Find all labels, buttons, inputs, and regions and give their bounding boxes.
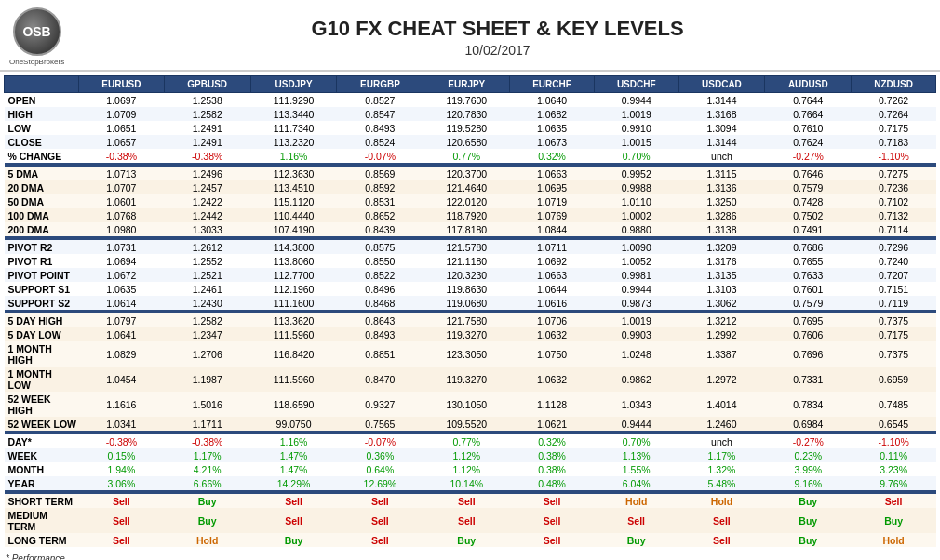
- data-cell: 1.2460: [678, 417, 765, 431]
- row-label-cell: 5 DAY LOW: [5, 327, 79, 341]
- data-cell: Sell: [250, 508, 337, 533]
- data-cell: 6.66%: [164, 476, 250, 490]
- data-cell: 1.0711: [510, 240, 595, 254]
- data-cell: 1.2538: [164, 93, 250, 108]
- data-cell: 0.9862: [594, 367, 678, 392]
- data-cell: 0.8575: [337, 240, 423, 254]
- data-cell: Sell: [337, 494, 423, 508]
- data-cell: 111.9290: [250, 93, 337, 108]
- data-cell: Sell: [594, 508, 678, 533]
- data-cell: 0.9952: [594, 167, 678, 180]
- table-row: CLOSE1.06571.2491113.23200.8524120.65801…: [5, 135, 936, 149]
- data-cell: 6.04%: [594, 476, 678, 490]
- row-label-cell: 5 DMA: [5, 167, 79, 180]
- table-row: 200 DMA1.09801.3033107.41900.8439117.818…: [5, 222, 936, 236]
- data-cell: 0.8547: [337, 107, 423, 121]
- data-cell: 0.7664: [765, 107, 852, 121]
- data-cell: -1.10%: [852, 434, 936, 448]
- data-cell: Sell: [337, 533, 423, 547]
- table-row: 20 DMA1.07071.2457113.45100.8592121.4640…: [5, 180, 936, 194]
- data-cell: 0.7601: [765, 282, 852, 296]
- data-cell: 1.0341: [79, 417, 165, 431]
- data-cell: 0.6545: [852, 417, 936, 431]
- data-cell: 1.0019: [594, 107, 678, 121]
- table-row: 50 DMA1.06011.2422115.11200.8531122.0120…: [5, 194, 936, 208]
- data-cell: 1.0644: [510, 282, 595, 296]
- data-cell: 1.2491: [164, 135, 250, 149]
- data-cell: 0.9981: [594, 268, 678, 282]
- table-row: 1 MONTH LOW1.04541.1987111.59600.8470119…: [5, 367, 936, 392]
- table-row: 52 WEEK LOW1.03411.171199.07500.7565109.…: [5, 417, 936, 431]
- data-cell: 0.7686: [765, 240, 852, 254]
- row-label-cell: LONG TERM: [5, 533, 79, 547]
- data-cell: 0.7696: [765, 341, 852, 367]
- data-cell: unch: [678, 434, 765, 448]
- data-cell: 119.8630: [423, 282, 510, 296]
- data-cell: 0.9903: [594, 327, 678, 341]
- data-cell: 1.0829: [79, 341, 165, 367]
- data-cell: -0.38%: [79, 149, 165, 163]
- data-cell: 0.7262: [852, 93, 936, 108]
- table-row: 1 MONTH HIGH1.08291.2706116.84200.885112…: [5, 341, 936, 367]
- data-cell: Sell: [510, 508, 595, 533]
- data-cell: 0.7633: [765, 268, 852, 282]
- data-cell: 1.0663: [510, 268, 595, 282]
- data-cell: 0.6959: [852, 367, 936, 392]
- data-cell: 1.0248: [594, 341, 678, 367]
- data-cell: 130.1050: [423, 392, 510, 417]
- data-cell: 1.2430: [164, 296, 250, 310]
- data-cell: 0.7565: [337, 417, 423, 431]
- data-cell: 0.8569: [337, 167, 423, 180]
- data-cell: 1.0090: [594, 240, 678, 254]
- data-cell: Sell: [79, 533, 165, 547]
- data-cell: 1.2457: [164, 180, 250, 194]
- data-cell: 0.8652: [337, 208, 423, 222]
- data-cell: 110.4440: [250, 208, 337, 222]
- data-cell: -0.07%: [337, 149, 423, 163]
- data-cell: -0.27%: [765, 434, 852, 448]
- data-cell: Sell: [250, 494, 337, 508]
- table-row: DAY*-0.38%-0.38%1.16%-0.07%0.77%0.32%0.7…: [5, 434, 936, 448]
- table-row: LOW1.06511.2491111.73400.8493119.52801.0…: [5, 121, 936, 135]
- data-cell: 12.69%: [337, 476, 423, 490]
- data-cell: 1.0707: [79, 180, 165, 194]
- data-cell: 1.0709: [79, 107, 165, 121]
- data-cell: 1.0614: [79, 296, 165, 310]
- data-cell: 4.21%: [164, 462, 250, 476]
- data-cell: 1.13%: [594, 448, 678, 462]
- row-label-cell: OPEN: [5, 93, 79, 108]
- data-cell: 121.5780: [423, 240, 510, 254]
- data-cell: Hold: [164, 533, 250, 547]
- data-cell: 1.0713: [79, 167, 165, 180]
- data-cell: -0.27%: [765, 149, 852, 163]
- data-cell: 121.7580: [423, 313, 510, 327]
- data-cell: 0.8531: [337, 194, 423, 208]
- data-cell: 0.7175: [852, 121, 936, 135]
- data-cell: 0.70%: [594, 149, 678, 163]
- data-cell: 1.0797: [79, 313, 165, 327]
- data-cell: Sell: [510, 533, 595, 547]
- data-cell: 1.0980: [79, 222, 165, 236]
- data-cell: 1.0695: [510, 180, 595, 194]
- data-cell: -1.10%: [852, 149, 936, 163]
- data-cell: Sell: [79, 508, 165, 533]
- data-cell: 1.0731: [79, 240, 165, 254]
- data-cell: 0.7502: [765, 208, 852, 222]
- data-cell: 0.7236: [852, 180, 936, 194]
- data-cell: 0.7610: [765, 121, 852, 135]
- table-row: PIVOT R21.07311.2612114.38000.8575121.57…: [5, 240, 936, 254]
- col-header-eurchf: EURCHF: [510, 76, 595, 93]
- data-cell: 0.9444: [594, 417, 678, 431]
- row-label-cell: % CHANGE: [5, 149, 79, 163]
- data-cell: 0.8439: [337, 222, 423, 236]
- data-cell: 1.3094: [678, 121, 765, 135]
- data-cell: 1.3136: [678, 180, 765, 194]
- row-label-cell: SUPPORT S2: [5, 296, 79, 310]
- data-cell: 113.8060: [250, 254, 337, 268]
- data-cell: 0.7175: [852, 327, 936, 341]
- data-cell: 1.0706: [510, 313, 595, 327]
- data-cell: 1.0640: [510, 93, 595, 108]
- data-cell: 119.7600: [423, 93, 510, 108]
- data-cell: 1.47%: [250, 448, 337, 462]
- data-cell: 112.7700: [250, 268, 337, 282]
